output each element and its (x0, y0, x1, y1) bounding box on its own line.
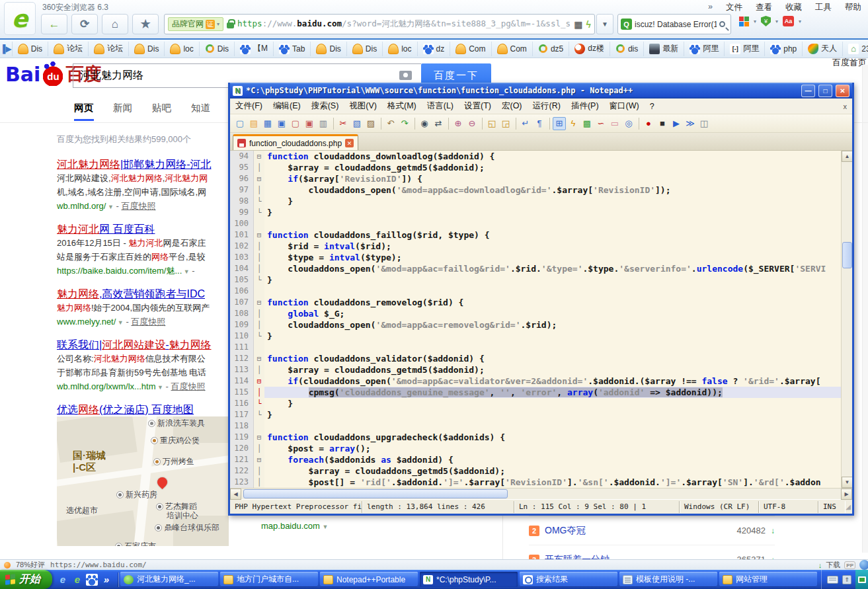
bookmark-item-9[interactable]: Dis (347, 42, 383, 56)
bookmark-item-14[interactable]: dz5 (533, 42, 569, 56)
bookmark-item-0[interactable]: Dis (13, 42, 48, 56)
baidu-cache-link[interactable]: 百度快照 (121, 201, 155, 211)
shield-caret-icon[interactable]: ▾ (775, 19, 778, 24)
browser-globe-icon[interactable] (859, 560, 868, 570)
npp-menu-item-9[interactable]: 插件(P) (566, 100, 604, 112)
bookmark-item-20[interactable]: php (765, 42, 803, 56)
bookmark-item-22[interactable]: ⌂2345 (843, 42, 868, 56)
hot-topic-title[interactable]: OMG夺冠 (545, 525, 732, 537)
document-tab[interactable]: function_cloudaddons.php ✕ (233, 134, 358, 150)
browser-menu-item-1[interactable]: 查看 (756, 2, 772, 13)
npp-menu-item-6[interactable]: 设置(T) (459, 100, 496, 112)
save-icon[interactable]: ▦ (261, 117, 274, 130)
word-wrap-icon[interactable]: ↵ (519, 117, 532, 130)
bookmark-item-12[interactable]: Com (450, 42, 491, 56)
fold-marker[interactable]: ⊟ (254, 173, 264, 184)
baidu-cache-link[interactable]: 百度快照 (171, 381, 206, 391)
qr-code-icon[interactable]: ▦ (574, 19, 582, 30)
translate-icon[interactable]: Aa (783, 16, 794, 26)
search-magnifier-icon[interactable] (719, 21, 725, 27)
browser-menu-item-0[interactable]: 文件 (726, 2, 742, 13)
browser-search-box[interactable]: Q iscuz! Database Error(1146) (617, 14, 731, 34)
hot-topic-title[interactable]: 开车睡着一分钟 (545, 554, 732, 560)
favorites-panel-icon[interactable]: ▐▶ (0, 42, 13, 56)
bookmark-item-13[interactable]: Com (492, 42, 533, 56)
bookmark-item-10[interactable]: loc (383, 42, 417, 56)
quick-launch-overflow-icon[interactable]: » (100, 574, 112, 586)
browser-menu-item-4[interactable]: 帮助 (845, 2, 861, 13)
npp-menu-item-4[interactable]: 格式(M) (382, 100, 422, 112)
close-button[interactable]: ✕ (836, 85, 849, 97)
open-file-icon[interactable]: ▤ (247, 117, 260, 130)
baidu-tab-1[interactable]: 新闻 (113, 102, 132, 114)
url-caret-icon[interactable]: ▼ (106, 204, 113, 210)
npp-menu-item-10[interactable]: 窗口(W) (604, 100, 645, 112)
copy-icon[interactable]: ▧ (350, 117, 364, 130)
cut-icon[interactable]: ✂ (336, 117, 350, 130)
keyboard-layout-icon[interactable] (827, 576, 838, 584)
menubar-close-icon[interactable]: x (838, 102, 853, 110)
pin-tab-icon[interactable]: ◲ (499, 117, 512, 130)
npp-menu-item-5[interactable]: 语言(L) (422, 100, 459, 112)
macro-stop-icon[interactable]: ■ (656, 117, 669, 130)
fold-marker[interactable]: ⊟ (254, 229, 264, 241)
close-doc-icon[interactable]: ▢ (289, 117, 302, 130)
baidu-tab-2[interactable]: 贴吧 (152, 102, 171, 114)
npp-menu-item-11[interactable]: ? (645, 102, 660, 111)
speed-mode-icon[interactable]: ϟ (586, 19, 591, 30)
apps-caret-icon[interactable]: ▾ (754, 19, 756, 24)
fold-marker[interactable]: ⊟ (254, 375, 264, 387)
save-all-icon[interactable]: ▣ (275, 117, 288, 130)
notepadpp-titlebar[interactable]: N *C:\phpStudy\PHPTutorial\WWW\source\fu… (230, 83, 852, 98)
zoom-out-icon[interactable]: ⊖ (465, 117, 479, 130)
bookmark-item-3[interactable]: Dis (129, 42, 165, 56)
redo-icon[interactable]: ↷ (398, 117, 411, 130)
zoom-in-icon[interactable]: ⊕ (452, 117, 465, 130)
baidu-paw-icon[interactable] (86, 574, 98, 586)
hot-topic-row-1[interactable]: 3开车睡着一分钟365371↓ (529, 545, 775, 559)
macro-save-icon[interactable]: ◫ (697, 117, 711, 130)
bookmark-item-19[interactable]: [-]阿里 (725, 42, 765, 56)
bookmark-item-4[interactable]: loc (165, 42, 199, 56)
menu-overflow-icon[interactable]: » (708, 2, 713, 13)
document-map-icon[interactable]: ▩ (580, 117, 594, 130)
restore-tabs-icon[interactable]: ◱ (485, 117, 498, 130)
bookmark-item-6[interactable]: 【M (235, 42, 274, 56)
bookmark-item-21[interactable]: 天人 (803, 42, 843, 56)
address-bar[interactable]: 品牌官网证▾ https://www.baidu.com/s?word=河北魅力… (164, 14, 595, 34)
site-rating-icon[interactable] (4, 562, 11, 569)
scroll-down-icon[interactable]: ▼ (842, 477, 852, 488)
fold-marker[interactable]: ⊟ (254, 454, 264, 465)
search-engine-icon[interactable]: Q (621, 19, 632, 30)
tab-close-icon[interactable]: ✕ (345, 139, 354, 147)
run-script-icon[interactable]: ∽ (594, 117, 608, 130)
usb-device-icon[interactable]: ⇑ (842, 575, 851, 584)
ie-icon[interactable]: e (57, 574, 69, 586)
task-button-1[interactable]: 地方门户城市自... (220, 572, 318, 587)
npp-menu-item-2[interactable]: 搜索(S) (306, 100, 344, 112)
url-caret-icon[interactable]: ▼ (182, 268, 189, 275)
minimize-button[interactable]: — (801, 85, 815, 97)
npp-menu-item-0[interactable]: 文件(F) (230, 100, 268, 112)
macro-run-multiple-icon[interactable]: ≫ (684, 117, 697, 130)
url-text[interactable]: https://www.baidu.com/s?word=河北魅力网络&tn=s… (237, 19, 571, 30)
map-source-link[interactable]: map.baidu.com ▼ (261, 521, 328, 531)
bookmark-item-1[interactable]: 论坛 (48, 42, 89, 56)
browser-menu-item-3[interactable]: 工具 (815, 2, 832, 13)
replace-icon[interactable]: ⇄ (432, 117, 445, 130)
bookmark-item-17[interactable]: 最新 (644, 42, 684, 56)
bookmark-item-16[interactable]: dis (610, 42, 644, 56)
network-status-icon[interactable] (855, 570, 868, 589)
site-badge[interactable]: 品牌官网证▾ (168, 17, 223, 31)
pp-messenger-icon[interactable]: PP (844, 561, 855, 569)
task-button-2[interactable]: Notepad++Portable (320, 572, 418, 587)
close-all-icon[interactable]: ▣ (303, 117, 316, 130)
bookmark-item-18[interactable]: 阿里 (684, 42, 725, 56)
translate-caret-icon[interactable]: ▾ (799, 19, 801, 24)
url-caret-icon[interactable]: ▼ (156, 384, 163, 391)
macro-play-icon[interactable]: ▶ (670, 117, 683, 130)
download-arrow-icon[interactable]: ↓ (818, 561, 822, 569)
start-button[interactable]: 开始 (0, 570, 52, 589)
npp-menu-item-8[interactable]: 运行(R) (528, 100, 566, 112)
back-button[interactable]: ← (41, 14, 67, 34)
